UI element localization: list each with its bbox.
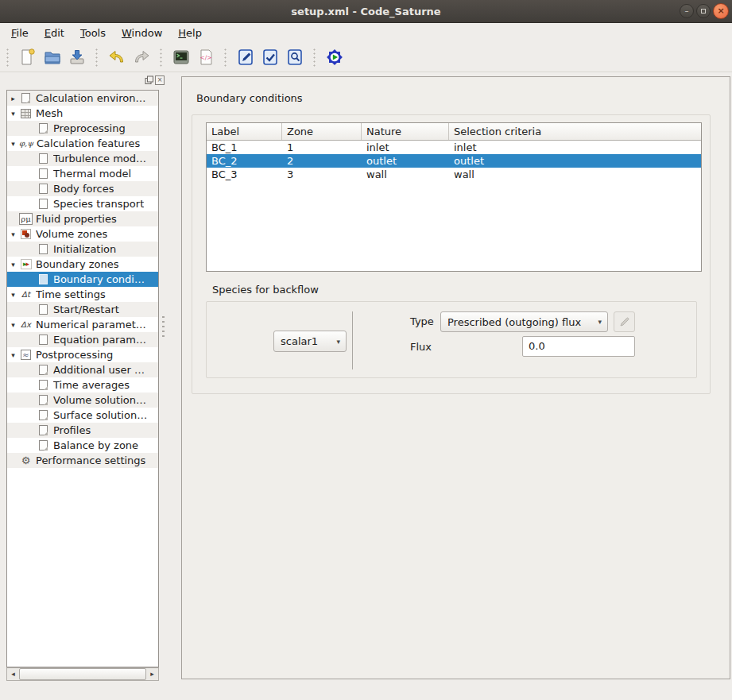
dock-float-button[interactable] bbox=[145, 75, 154, 85]
page-title: Boundary conditions bbox=[196, 92, 303, 104]
save-file-button[interactable] bbox=[66, 46, 87, 68]
tree-item[interactable]: Profiles bbox=[7, 423, 158, 438]
tree-item[interactable]: ρμFluid properties bbox=[7, 211, 158, 226]
menu-file[interactable]: File bbox=[3, 25, 37, 41]
expander-expanded-icon[interactable]: ▾ bbox=[7, 291, 19, 299]
tree-item[interactable]: ▾ΔxNumerical paramet… bbox=[7, 317, 158, 332]
flux-label: Flux bbox=[410, 341, 432, 353]
expander-expanded-icon[interactable]: ▾ bbox=[7, 110, 19, 118]
splitter-handle[interactable] bbox=[161, 315, 166, 338]
tree-item[interactable]: ▾Volume zones bbox=[7, 226, 158, 242]
titlebar[interactable]: setup.xml - Code_Saturne – × bbox=[0, 0, 732, 23]
table-row[interactable]: BC_22outletoutlet bbox=[207, 154, 701, 168]
tree-item[interactable]: ▾≈Postprocessing bbox=[7, 347, 158, 362]
xml-editor-icon: </> bbox=[196, 48, 215, 67]
float-icon bbox=[145, 75, 154, 85]
flux-input[interactable]: 0.0 bbox=[522, 336, 635, 357]
verify-script-button[interactable] bbox=[259, 46, 281, 68]
expander-expanded-icon[interactable]: ▾ bbox=[7, 140, 19, 148]
edit-script-button[interactable] bbox=[234, 46, 256, 68]
doc-fold-icon bbox=[37, 394, 50, 406]
app-window: setup.xml - Code_Saturne – × FileEditToo… bbox=[0, 0, 732, 700]
expander-expanded-icon[interactable]: ▾ bbox=[7, 261, 19, 269]
toolbar-separator bbox=[312, 47, 316, 68]
table-cell: outlet bbox=[362, 154, 449, 168]
undo-button[interactable] bbox=[106, 46, 127, 68]
tree-item[interactable]: Initialization bbox=[7, 242, 158, 257]
redo-button[interactable] bbox=[130, 46, 152, 68]
tree-item[interactable]: Equation param… bbox=[7, 332, 158, 347]
table-cell: wall bbox=[362, 168, 449, 181]
tree-item[interactable]: Volume solution… bbox=[7, 393, 158, 408]
verify-script-icon bbox=[261, 48, 280, 67]
scroll-left-arrow-icon[interactable]: ◂ bbox=[7, 668, 19, 680]
doc-fold-icon bbox=[37, 439, 50, 451]
tree-item[interactable]: Start/Restart bbox=[7, 302, 158, 317]
table-row[interactable]: BC_11inletinlet bbox=[207, 141, 701, 154]
dock-close-button[interactable]: × bbox=[155, 75, 165, 85]
boundary-conditions-table[interactable]: LabelZoneNatureSelection criteria BC_11i… bbox=[206, 122, 702, 272]
xml-editor-button[interactable]: </> bbox=[195, 46, 216, 68]
expander-expanded-icon[interactable]: ▾ bbox=[7, 351, 19, 359]
tree-item[interactable]: ▸Calculation environ… bbox=[7, 91, 158, 106]
maximize-button[interactable] bbox=[696, 4, 711, 18]
tree-item[interactable]: ▾ΔtTime settings bbox=[7, 287, 158, 302]
tree-item[interactable]: Preprocessing bbox=[7, 121, 158, 136]
tree-item-label: Start/Restart bbox=[53, 304, 119, 315]
svg-text:</>: </> bbox=[199, 53, 211, 60]
expander-expanded-icon[interactable]: ▾ bbox=[7, 230, 19, 238]
backflow-group-box: scalar1 ▾ Type Prescribed (outgoing) flu… bbox=[206, 301, 697, 378]
tree-item[interactable]: Thermal model bbox=[7, 166, 158, 181]
doc-icon bbox=[37, 243, 50, 255]
column-header[interactable]: Zone bbox=[282, 123, 362, 140]
tree-item[interactable]: ▾Mesh bbox=[7, 106, 158, 121]
tree-item[interactable]: ▾φ,ψCalculation features bbox=[7, 136, 158, 151]
tree-item[interactable]: ⚙Performance settings bbox=[7, 453, 158, 468]
scroll-right-arrow-icon[interactable]: ▸ bbox=[146, 668, 158, 680]
tree-item[interactable]: Species transport bbox=[7, 196, 158, 211]
open-file-button[interactable] bbox=[41, 46, 63, 68]
table-cell: wall bbox=[449, 168, 701, 181]
tree-item[interactable]: ▾▸▸Boundary zones bbox=[7, 257, 158, 272]
tree-item[interactable]: Surface solution… bbox=[7, 408, 158, 423]
type-select[interactable]: Prescribed (outgoing) flux ▾ bbox=[440, 311, 608, 332]
expander-collapsed-icon[interactable]: ▸ bbox=[7, 95, 19, 102]
tree-item[interactable]: Balance by zone bbox=[7, 438, 158, 453]
column-header[interactable]: Label bbox=[207, 123, 282, 140]
boundary-zones-icon: ▸▸ bbox=[19, 258, 33, 270]
tree-item[interactable]: Body forces bbox=[7, 181, 158, 196]
column-header[interactable]: Selection criteria bbox=[449, 123, 701, 140]
new-file-button[interactable] bbox=[17, 46, 38, 68]
tree-item-label: Time averages bbox=[53, 379, 130, 391]
tree-item-label: Fluid properties bbox=[36, 213, 117, 225]
tree-item-label: Time settings bbox=[36, 288, 106, 300]
run-solver-button[interactable] bbox=[323, 46, 345, 68]
inspect-script-button[interactable] bbox=[284, 46, 305, 68]
tree-horizontal-scrollbar[interactable]: ◂ ▸ bbox=[6, 667, 159, 681]
close-button[interactable]: × bbox=[713, 3, 729, 19]
terminal-button[interactable] bbox=[170, 46, 192, 68]
minimize-button[interactable]: – bbox=[680, 4, 694, 18]
scalar-select[interactable]: scalar1 ▾ bbox=[273, 331, 347, 352]
main-panel: Boundary conditions LabelZoneNatureSelec… bbox=[181, 76, 730, 679]
tree-item-label: Equation param… bbox=[53, 334, 146, 346]
tree-item[interactable]: Turbulence mod… bbox=[7, 151, 158, 166]
column-header[interactable]: Nature bbox=[362, 123, 449, 140]
menu-edit[interactable]: Edit bbox=[37, 25, 72, 41]
redo-icon bbox=[132, 48, 151, 67]
doc-icon bbox=[37, 183, 50, 195]
new-file-icon bbox=[18, 48, 37, 67]
menu-tools[interactable]: Tools bbox=[72, 25, 114, 41]
menu-help[interactable]: Help bbox=[170, 25, 210, 41]
scrollbar-thumb[interactable] bbox=[19, 668, 146, 680]
expander-expanded-icon[interactable]: ▾ bbox=[7, 321, 19, 329]
tree-item-label: Mesh bbox=[36, 107, 63, 119]
table-row[interactable]: BC_33wallwall bbox=[207, 168, 701, 181]
tree-item[interactable]: Additional user … bbox=[7, 362, 158, 377]
toolbar-separator bbox=[6, 47, 10, 68]
edit-formula-button[interactable] bbox=[614, 311, 635, 332]
table-cell: inlet bbox=[362, 141, 449, 154]
menu-window[interactable]: Window bbox=[114, 25, 170, 41]
tree-item[interactable]: Boundary condi… bbox=[7, 272, 158, 287]
tree-item[interactable]: Time averages bbox=[7, 377, 158, 393]
